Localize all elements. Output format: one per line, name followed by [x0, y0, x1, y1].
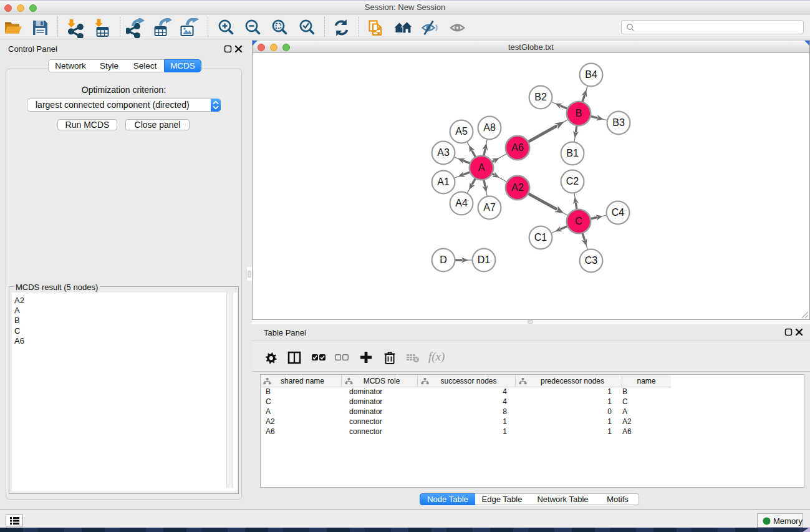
svg-text:C3: C3: [585, 255, 598, 266]
svg-text:A5: A5: [455, 126, 468, 137]
svg-text:A8: A8: [483, 122, 496, 133]
svg-text:B4: B4: [585, 69, 597, 80]
svg-text:C1: C1: [534, 232, 547, 243]
svg-text:C2: C2: [566, 176, 579, 186]
svg-text:B2: B2: [534, 92, 547, 102]
svg-text:D1: D1: [478, 254, 491, 265]
svg-text:B1: B1: [566, 148, 579, 158]
svg-text:C: C: [575, 216, 582, 226]
svg-text:A1: A1: [437, 177, 450, 187]
svg-text:D: D: [440, 254, 447, 265]
svg-text:A: A: [478, 162, 485, 173]
svg-text:A3: A3: [437, 147, 450, 158]
svg-text:B3: B3: [612, 117, 625, 128]
svg-text:C4: C4: [612, 207, 625, 218]
svg-text:A2: A2: [511, 182, 524, 193]
svg-text:A6: A6: [511, 142, 524, 153]
svg-text:B: B: [576, 108, 582, 118]
svg-text:A4: A4: [455, 198, 468, 208]
svg-text:A7: A7: [483, 202, 496, 213]
